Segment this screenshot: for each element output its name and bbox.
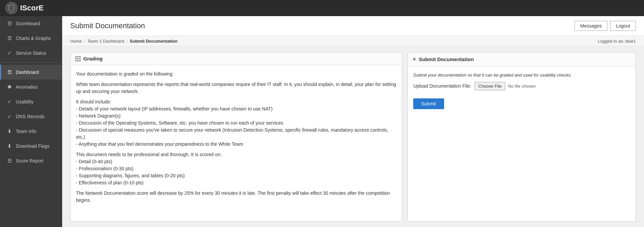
submit-panel-body: Submit your documentation so that it can… [408, 66, 636, 221]
submit-panel: + Submit Documentation Submit your docum… [407, 52, 636, 222]
grading-panel: Grading Your documentation is graded on … [70, 52, 402, 222]
submit-button-wrapper: Submit [413, 98, 630, 109]
breadcrumb-home[interactable]: Home [70, 39, 82, 44]
breadcrumb-team-dashboard[interactable]: Team 1 Dashboard [87, 39, 124, 44]
grading-text-1: Your documentation is graded on the foll… [76, 71, 396, 78]
sidebar-item-score-report[interactable]: ☰ Score Report [0, 153, 62, 168]
sidebar-label-score-report: Score Report [16, 158, 43, 164]
sidebar-label-usability: Usability [16, 99, 34, 104]
breadcrumb: Home › Team 1 Dashboard › Submit Documen… [62, 36, 644, 47]
upload-row: Upload Documentation File: Choose File N… [413, 82, 630, 90]
score-report-icon: ☰ [6, 158, 12, 164]
logged-in-status: Logged in as: blue1 [598, 39, 636, 44]
charts-icon: ☰ [6, 35, 12, 41]
grading-panel-header: Grading [71, 52, 402, 65]
sidebar-item-charts-graphs[interactable]: ☰ Charts & Graphs [0, 31, 62, 46]
dashboard-icon: ☰ [6, 69, 12, 75]
anomalies-icon: ✱ [6, 84, 12, 90]
sidebar-item-dashboard[interactable]: ☰ Dashboard [0, 65, 62, 80]
dns-icon: ✓ [6, 114, 12, 120]
sidebar-item-scoreboard[interactable]: ☰ Scoreboard [0, 16, 62, 31]
breadcrumb-sep2: › [126, 39, 128, 44]
no-file-text: No file chosen [508, 84, 535, 89]
sidebar: ☰ Scoreboard ☰ Charts & Graphs ✓ Service… [0, 16, 62, 227]
main-header: Submit Documentation Messages Logout [62, 16, 644, 36]
sidebar-label-dns: DNS Records [16, 114, 45, 119]
messages-button[interactable]: Messages [574, 21, 607, 31]
sidebar-item-download-flags[interactable]: ⬇ Download Flags [0, 139, 62, 153]
topbar: IScorE [0, 0, 644, 16]
sidebar-label-anomalies: Anomalies [16, 84, 38, 90]
page-title: Submit Documentation [70, 21, 145, 30]
sidebar-divider [0, 62, 62, 63]
grading-panel-title: Grading [83, 56, 103, 61]
plus-icon: + [413, 56, 416, 63]
submit-button[interactable]: Submit [413, 98, 444, 109]
logo-icon [5, 2, 17, 14]
download-flags-icon: ⬇ [6, 143, 12, 149]
usability-icon: ✓ [6, 99, 12, 105]
sidebar-item-dns-records[interactable]: ✓ DNS Records [0, 109, 62, 124]
grading-text-2: White team documentation represents the … [76, 81, 396, 95]
sidebar-label-charts: Charts & Graphs [16, 36, 51, 41]
grading-text-3: It should include: - Details of your net… [76, 98, 396, 148]
header-actions: Messages Logout [574, 21, 636, 31]
breadcrumb-left: Home › Team 1 Dashboard › Submit Documen… [70, 39, 178, 44]
sidebar-item-anomalies[interactable]: ✱ Anomalies [0, 80, 62, 94]
sidebar-item-service-status[interactable]: ✓ Service Status [0, 46, 62, 60]
main-content: Submit Documentation Messages Logout Hom… [62, 16, 644, 227]
grid-icon [75, 56, 81, 61]
logout-button[interactable]: Logout [610, 21, 636, 31]
service-icon: ✓ [6, 50, 12, 56]
sidebar-label-dashboard: Dashboard [16, 70, 39, 75]
submit-description: Submit your documentation so that it can… [413, 72, 630, 79]
submit-panel-header: + Submit Documentation [408, 52, 636, 66]
grading-text-4: This document needs to be professional a… [76, 151, 396, 186]
content-area: Grading Your documentation is graded on … [62, 47, 644, 227]
upload-label: Upload Documentation File: [413, 83, 471, 89]
sidebar-label-team-info: Team Info [16, 129, 36, 134]
submit-panel-title: Submit Documentation [419, 56, 474, 62]
scoreboard-icon: ☰ [6, 20, 12, 27]
sidebar-item-usability[interactable]: ✓ Usability [0, 94, 62, 109]
logo-text: IScorE [20, 4, 44, 12]
grading-text-5: The Network Documentation score will dec… [76, 190, 396, 204]
sidebar-label-service: Service Status [16, 50, 46, 56]
sidebar-label-scoreboard: Scoreboard [16, 21, 40, 26]
logo[interactable]: IScorE [5, 2, 44, 14]
grading-panel-body: Your documentation is graded on the foll… [71, 65, 402, 221]
sidebar-item-team-info[interactable]: ⬇ Team Info [0, 124, 62, 139]
breadcrumb-current: Submit Documentation [130, 39, 177, 44]
sidebar-label-download-flags: Download Flags [16, 143, 49, 149]
file-input-wrapper: Choose File No file chosen [475, 82, 536, 90]
choose-file-button[interactable]: Choose File [475, 82, 505, 90]
team-info-icon: ⬇ [6, 128, 12, 134]
breadcrumb-sep1: › [84, 39, 85, 44]
